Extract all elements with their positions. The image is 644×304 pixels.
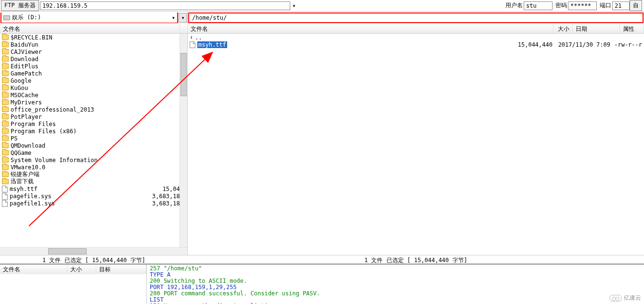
local-file-name: MSOCache (11, 92, 39, 99)
remote-pane: ⬆ .. msyh.ttf 15,044,440 2017/11/30 7:09… (188, 34, 644, 255)
column-headers: 文件名 文件名 大小 日期 属性 (0, 24, 644, 34)
password-label: 密码 (555, 1, 567, 10)
local-header-scroll (180, 24, 188, 33)
local-selection-status: 1 文件 已选定 [ 15,044,440 字节] (0, 255, 188, 264)
up-folder-icon: ⬆ (190, 34, 193, 41)
local-file-row[interactable]: KuGou (0, 84, 187, 91)
folder-icon (2, 100, 9, 105)
remote-file-row[interactable]: msyh.ttf 15,044,440 2017/11/30 7:09 -rw-… (188, 41, 644, 48)
selection-status-bar: 1 文件 已选定 [ 15,044,440 字节] 1 文件 已选定 [ 15,… (0, 255, 644, 264)
local-file-row[interactable]: Google (0, 77, 187, 84)
local-file-name: PotPlayer (11, 114, 42, 120)
remote-file-name: msyh.ttf (197, 41, 227, 48)
local-drive-select[interactable]: 娱乐 (D:) ▾ (1, 13, 177, 23)
folder-icon (2, 114, 9, 119)
folder-icon (2, 150, 9, 155)
remote-file-list[interactable]: ⬆ .. msyh.ttf 15,044,440 2017/11/30 7:09… (188, 34, 644, 255)
local-file-name: $RECYCLE.BIN (11, 34, 52, 41)
local-file-name: GamePatch (11, 70, 42, 77)
local-file-row[interactable]: msyh.ttf15,044 (0, 185, 187, 192)
remote-header-size[interactable]: 大小 (554, 24, 573, 33)
file-icon (2, 193, 8, 200)
queue-header-target[interactable]: 目标 (96, 265, 146, 274)
transfer-queue: 文件名 大小 目标 (0, 265, 147, 304)
local-path-dropdown-icon[interactable]: ▾ (179, 13, 187, 23)
local-file-row[interactable]: EditPlus (0, 63, 187, 70)
local-file-name: Google (11, 77, 31, 84)
local-file-size: 3,683,180 (152, 200, 183, 207)
server-dropdown-icon[interactable]: ▾ (290, 2, 298, 9)
ftp-server-button[interactable]: FTP 服务器 (1, 0, 39, 11)
folder-icon (2, 121, 9, 127)
folder-icon (2, 42, 9, 47)
local-scrollbar-v[interactable] (180, 34, 187, 247)
folder-icon (2, 35, 9, 40)
port-input[interactable] (612, 1, 630, 10)
username-label: 用户名 (505, 1, 523, 10)
port-label: 端口 (600, 1, 611, 10)
watermark-icon (609, 295, 622, 302)
username-input[interactable] (524, 1, 553, 10)
file-icon (2, 200, 8, 207)
folder-icon (2, 71, 9, 76)
local-header-name[interactable]: 文件名 (0, 24, 180, 33)
auto-button[interactable]: 自 (630, 0, 642, 11)
file-icon (2, 186, 8, 192)
local-file-name: pagefile.sys (10, 193, 52, 200)
disk-icon (3, 15, 10, 20)
local-file-row[interactable]: MSOCache (0, 91, 187, 99)
local-file-row[interactable]: CAJViewer (0, 48, 187, 55)
local-file-name: msyh.ttf (10, 186, 38, 192)
log-line: 257 "/home/stu" (150, 266, 641, 272)
remote-path-highlight: /home/stu/ (188, 13, 644, 23)
local-file-list[interactable]: $RECYCLE.BINBaiduYunCAJViewerDownloadEdi… (0, 34, 187, 247)
local-file-row[interactable]: 迅雷下载 (0, 178, 187, 185)
local-file-row[interactable]: VMware10.0 (0, 164, 187, 171)
folder-icon (2, 157, 9, 163)
local-file-name: QMDownload (11, 142, 45, 149)
remote-header-name[interactable]: 文件名 (188, 24, 554, 33)
folder-icon (2, 165, 9, 170)
connection-toolbar: FTP 服务器 ▾ 用户名 密码 端口 自 (0, 0, 644, 12)
queue-header-size[interactable]: 大小 (67, 265, 96, 274)
local-file-row[interactable]: System Volume Information (0, 156, 187, 164)
local-file-row[interactable]: BaiduYun (0, 41, 187, 48)
local-file-row[interactable]: PS (0, 135, 187, 142)
queue-header-name[interactable]: 文件名 (0, 265, 67, 274)
local-file-row[interactable]: Program Files (x86) (0, 127, 187, 135)
local-file-row[interactable]: PotPlayer (0, 113, 187, 120)
password-input[interactable] (568, 1, 597, 10)
local-file-row[interactable]: Download (0, 55, 187, 63)
file-panes: $RECYCLE.BINBaiduYunCAJViewerDownloadEdi… (0, 34, 644, 255)
server-address-input[interactable] (40, 1, 290, 10)
remote-file-date: 2017/11/30 7:09 (558, 41, 610, 48)
local-file-row[interactable]: $RECYCLE.BIN (0, 34, 187, 41)
local-file-name: KuGou (11, 85, 28, 91)
local-pane: $RECYCLE.BINBaiduYunCAJViewerDownloadEdi… (0, 34, 188, 255)
local-file-row[interactable]: Program Files (0, 120, 187, 127)
local-file-row[interactable]: QMDownload (0, 142, 187, 149)
folder-icon (2, 56, 9, 62)
local-file-row[interactable]: GamePatch (0, 70, 187, 77)
local-file-name: EditPlus (11, 63, 39, 70)
remote-header-date[interactable]: 日期 (573, 24, 620, 33)
local-file-row[interactable]: MyDrivers (0, 99, 187, 106)
local-scrollbar-h[interactable] (0, 247, 187, 255)
local-file-row[interactable]: 锐捷客户端 (0, 171, 187, 178)
folder-icon (2, 179, 9, 184)
local-file-row[interactable]: pagefile.sys3,683,180 (0, 192, 187, 200)
remote-file-size: 15,044,440 (518, 41, 553, 48)
remote-header-attr[interactable]: 属性 (620, 24, 644, 33)
local-file-name: office_professional_2013 (11, 106, 94, 113)
folder-icon (2, 136, 9, 141)
file-icon (190, 41, 195, 48)
local-file-row[interactable]: office_professional_2013 (0, 106, 187, 113)
log-line: 200 PORT command successful. Consider us… (150, 291, 641, 297)
local-file-name: CAJViewer (11, 49, 42, 55)
local-file-row[interactable]: pagefile1.sys3,683,180 (0, 200, 187, 207)
remote-path-input[interactable]: /home/stu/ (189, 13, 643, 22)
remote-up-row[interactable]: ⬆ .. (188, 34, 644, 41)
ftp-log[interactable]: 257 "/home/stu" TYPE A 200 Switching to … (147, 265, 644, 304)
local-file-name: QQGame (11, 150, 31, 156)
local-file-row[interactable]: QQGame (0, 149, 187, 156)
